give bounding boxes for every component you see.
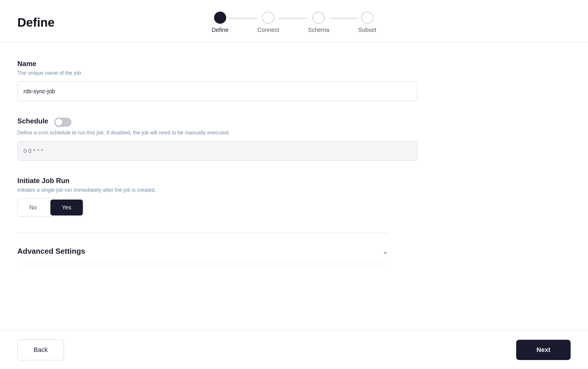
connector-3 (329, 18, 358, 19)
initiate-button-group: No Yes (17, 198, 84, 217)
advanced-settings: Advanced Settings ⌄ (17, 239, 388, 264)
advanced-divider-top (17, 233, 388, 233)
chevron-down-icon: ⌄ (382, 247, 388, 255)
name-description: The unique name of the job. (17, 70, 388, 76)
step-circle-define (214, 12, 226, 24)
toggle-thumb (55, 119, 62, 126)
schedule-toggle[interactable] (54, 118, 72, 127)
advanced-divider-bottom (17, 264, 388, 264)
step-label-subset: Subset (358, 27, 376, 33)
advanced-settings-toggle[interactable]: Advanced Settings ⌄ (17, 239, 388, 264)
advanced-settings-title: Advanced Settings (17, 247, 85, 256)
connector-2 (279, 18, 308, 19)
schedule-header: Schedule (17, 117, 388, 127)
initiate-yes-button[interactable]: Yes (50, 200, 83, 215)
initiate-description: Initiates a single job run immediately a… (17, 187, 388, 193)
connector-1 (229, 18, 258, 19)
page-title: Define (17, 16, 54, 30)
stepper: Define Connect Schema Subset (212, 12, 376, 33)
step-label-define: Define (212, 27, 229, 33)
initiate-section: Initiate Job Run Initiates a single job … (17, 177, 388, 217)
schedule-label: Schedule (17, 117, 48, 125)
back-button[interactable]: Back (17, 339, 64, 360)
step-label-connect: Connect (258, 27, 279, 33)
next-button[interactable]: Next (516, 340, 571, 360)
name-input[interactable] (17, 81, 417, 101)
step-label-schema: Schema (308, 27, 329, 33)
schedule-input[interactable] (17, 141, 417, 161)
step-circle-subset (361, 12, 373, 24)
svg-point-0 (218, 15, 223, 20)
step-connect: Connect (258, 12, 279, 33)
step-define: Define (212, 12, 229, 33)
initiate-no-button[interactable]: No (18, 200, 48, 215)
step-circle-schema (313, 12, 325, 24)
step-subset: Subset (358, 12, 376, 33)
name-label: Name (17, 60, 388, 68)
footer: Back Next (0, 330, 588, 369)
step-circle-connect (262, 12, 274, 24)
initiate-label: Initiate Job Run (17, 177, 388, 185)
step-schema: Schema (308, 12, 329, 33)
name-section: Name The unique name of the job. (17, 60, 388, 101)
main-content: Name The unique name of the job. Schedul… (0, 42, 406, 369)
toggle-track (54, 118, 72, 127)
schedule-description: Define a cron schedule to run this job. … (17, 130, 388, 136)
header: Define Define Connect (0, 0, 588, 42)
page-container: Define Define Connect (0, 0, 588, 369)
schedule-section: Schedule Define a cron schedule to run t… (17, 117, 388, 161)
